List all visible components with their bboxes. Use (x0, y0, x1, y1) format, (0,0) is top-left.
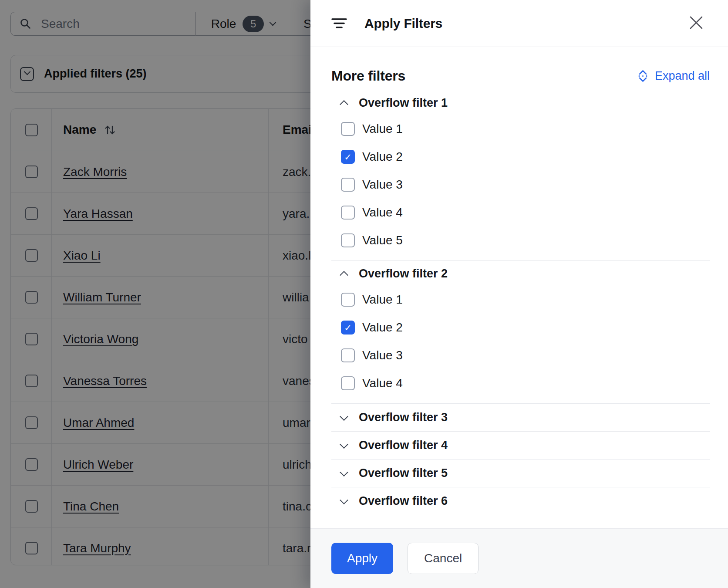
chevron-down-icon (340, 496, 348, 504)
filter-value-row: Value 5 (331, 226, 710, 254)
filter-section-label: Overflow filter 3 (359, 411, 448, 424)
drawer-body: More filters Expand all (310, 47, 728, 528)
filter-value-row: Value 3 (331, 341, 710, 369)
filter-section: Overflow filter 4 (331, 432, 710, 460)
value-label: Value 5 (362, 233, 403, 247)
filter-value-row: Value 2 (331, 143, 710, 171)
checkbox[interactable] (341, 293, 355, 307)
filter-section: Overflow filter 1 Value 1 Value 2 Value … (331, 90, 710, 261)
filter-section-header[interactable]: Overflow filter 4 (331, 432, 710, 459)
cancel-button[interactable]: Cancel (408, 543, 479, 574)
filter-section: Overflow filter 5 (331, 460, 710, 487)
filter-section-header[interactable]: Overflow filter 6 (331, 487, 710, 515)
filter-value-row: Value 2 (331, 314, 710, 341)
checkbox[interactable] (341, 150, 355, 164)
checkbox[interactable] (341, 122, 355, 136)
expand-all-icon (637, 69, 649, 83)
filter-section: Overflow filter 2 Value 1 Value 2 Value … (331, 261, 710, 404)
checkbox[interactable] (341, 178, 355, 192)
drawer-header: Apply Filters (310, 0, 728, 47)
checkbox[interactable] (341, 376, 355, 390)
checkbox[interactable] (341, 321, 355, 335)
value-label: Value 1 (362, 293, 403, 307)
filter-section-label: Overflow filter 1 (359, 96, 448, 110)
screen: Search Role 5 S Applied filters (25) (0, 0, 728, 588)
expand-all-button[interactable]: Expand all (637, 69, 710, 83)
chevron-up-icon (340, 270, 348, 279)
value-label: Value 4 (362, 376, 403, 390)
filter-section: Overflow filter 6 (331, 487, 710, 515)
more-filters-heading: More filters (331, 68, 405, 84)
filter-value-row: Value 1 (331, 286, 710, 314)
close-icon (689, 16, 703, 30)
apply-filters-drawer: Apply Filters More filters (310, 0, 728, 588)
filter-value-row: Value 3 (331, 171, 710, 199)
checkbox[interactable] (341, 233, 355, 247)
chevron-down-icon (340, 412, 348, 421)
drawer-title: Apply Filters (364, 16, 442, 31)
value-label: Value 2 (362, 150, 403, 164)
filter-section-label: Overflow filter 4 (359, 439, 448, 452)
close-button[interactable] (689, 16, 703, 30)
filter-section-label: Overflow filter 6 (359, 494, 448, 508)
filter-section-label: Overflow filter 5 (359, 466, 448, 480)
value-label: Value 2 (362, 321, 403, 335)
value-label: Value 3 (362, 348, 403, 362)
drawer-footer: Apply Cancel (310, 528, 728, 588)
filter-section-header[interactable]: Overflow filter 5 (331, 460, 710, 487)
filter-sections: Overflow filter 1 Value 1 Value 2 Value … (331, 90, 710, 515)
expand-all-label: Expand all (655, 69, 710, 83)
filter-section-label: Overflow filter 2 (359, 267, 448, 280)
chevron-down-icon (340, 440, 348, 449)
checkbox[interactable] (341, 348, 355, 362)
apply-button[interactable]: Apply (331, 543, 393, 574)
filter-value-row: Value 4 (331, 369, 710, 397)
filter-values: Value 1 Value 2 Value 3 Value 4 Value 5 (331, 115, 710, 260)
checkbox[interactable] (341, 206, 355, 220)
value-label: Value 1 (362, 122, 403, 136)
chevron-up-icon (340, 100, 348, 108)
filter-section-header[interactable]: Overflow filter 1 (331, 90, 710, 115)
filter-value-row: Value 4 (331, 199, 710, 226)
filter-section-header[interactable]: Overflow filter 2 (331, 261, 710, 286)
filter-value-row: Value 1 (331, 115, 710, 143)
value-label: Value 4 (362, 206, 403, 220)
filter-section-header[interactable]: Overflow filter 3 (331, 404, 710, 431)
filter-section: Overflow filter 3 (331, 404, 710, 432)
filter-values: Value 1 Value 2 Value 3 Value 4 (331, 286, 710, 403)
value-label: Value 3 (362, 178, 403, 192)
filter-icon (331, 18, 347, 29)
chevron-down-icon (340, 468, 348, 476)
